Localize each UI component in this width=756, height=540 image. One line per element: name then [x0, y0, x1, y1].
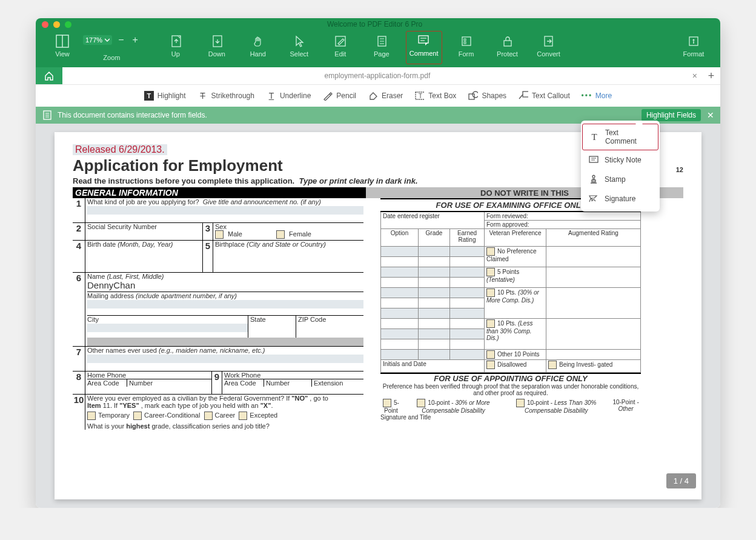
- stamp-icon: [588, 174, 599, 185]
- field-number: 5: [203, 241, 213, 272]
- textbox-icon: T: [415, 91, 425, 101]
- document-tab[interactable]: employment-application-form.pdf ×: [62, 67, 702, 84]
- underline-tool[interactable]: T Underline: [267, 91, 311, 101]
- field-number: 6: [73, 273, 85, 346]
- home-icon: [44, 70, 55, 81]
- shapes-tool[interactable]: Shapes: [468, 91, 506, 101]
- hand-tool-button[interactable]: Hand: [241, 31, 275, 65]
- svg-rect-24: [523, 92, 528, 97]
- career-conditional-checkbox[interactable]: [133, 412, 142, 420]
- svg-rect-29: [589, 156, 598, 162]
- strikethrough-icon: T: [198, 91, 208, 101]
- pt10a-checkbox[interactable]: [417, 399, 425, 407]
- app-window: Welcome to PDF Editor 6 Pro View 177% − …: [36, 18, 720, 508]
- male-checkbox[interactable]: [215, 230, 224, 239]
- highlight-tool[interactable]: T Highlight: [144, 91, 186, 101]
- name-field-value[interactable]: DennyChan: [87, 280, 135, 290]
- tab-bar: employment-application-form.pdf × +: [36, 67, 720, 85]
- office-checkbox[interactable]: [486, 319, 495, 328]
- more-tools-button[interactable]: ••• More: [582, 91, 612, 101]
- office-checkbox[interactable]: [486, 247, 495, 256]
- sticky-note-menu-item[interactable]: Sticky Note: [582, 150, 658, 170]
- edit-button[interactable]: Edit: [323, 31, 357, 65]
- traffic-lights: [42, 21, 71, 28]
- cursor-icon: [293, 32, 306, 50]
- text-comment-menu-item[interactable]: T Text Comment: [582, 124, 658, 150]
- highlight-icon: T: [144, 91, 154, 101]
- form-field-input[interactable]: [87, 300, 363, 308]
- zoom-value-dropdown[interactable]: 177%: [83, 35, 112, 45]
- zoom-control: 177% − + Zoom: [83, 31, 141, 63]
- investigated-checkbox[interactable]: [548, 361, 557, 369]
- view-icon: [56, 32, 69, 50]
- form-field-input[interactable]: [87, 355, 363, 363]
- format-button[interactable]: Format: [677, 31, 711, 65]
- add-tab-button[interactable]: +: [702, 67, 720, 84]
- stamp-menu-item[interactable]: Stamp: [582, 170, 658, 189]
- edit-icon: [334, 32, 347, 50]
- pencil-tool[interactable]: Pencil: [323, 91, 356, 101]
- title-bar: Welcome to PDF Editor 6 Pro: [36, 18, 720, 30]
- up-button[interactable]: Up: [159, 31, 193, 65]
- shapes-icon: [468, 91, 478, 101]
- eraser-tool[interactable]: Eraser: [368, 91, 403, 101]
- page-button[interactable]: Page: [365, 31, 399, 65]
- select-tool-button[interactable]: Select: [282, 31, 316, 65]
- form-field-input[interactable]: [87, 324, 248, 332]
- excepted-checkbox[interactable]: [239, 412, 247, 420]
- window-close-button[interactable]: [42, 21, 48, 28]
- office-checkbox[interactable]: [486, 288, 495, 297]
- textbox-tool[interactable]: T Text Box: [415, 91, 456, 101]
- signature-menu-item[interactable]: Signature: [582, 189, 658, 208]
- callout-tool[interactable]: Text Callout: [519, 91, 570, 101]
- window-minimize-button[interactable]: [53, 21, 60, 28]
- zoom-out-button[interactable]: −: [116, 35, 126, 45]
- field-number: 2: [73, 223, 85, 240]
- view-button[interactable]: View: [45, 31, 79, 65]
- temporary-checkbox[interactable]: [87, 412, 96, 420]
- text-comment-icon: T: [589, 132, 600, 142]
- zoom-in-button[interactable]: +: [130, 35, 140, 45]
- field-number: 3: [203, 223, 213, 240]
- svg-rect-15: [504, 41, 511, 46]
- down-button[interactable]: Down: [200, 31, 234, 65]
- comment-icon: [417, 32, 431, 50]
- released-text: Released 6/29/2013.: [73, 144, 167, 155]
- disallowed-checkbox[interactable]: [486, 361, 495, 369]
- tab-close-button[interactable]: ×: [692, 71, 702, 81]
- protect-button[interactable]: Protect: [491, 31, 525, 65]
- svg-text:T: T: [419, 93, 422, 99]
- page-indicator: 1 / 4: [666, 473, 696, 488]
- document-icon: [42, 110, 53, 121]
- comment-toolbar: T Highlight T Strikethrough T Underline …: [36, 85, 720, 107]
- field-number: 8: [73, 372, 85, 394]
- highlight-fields-button[interactable]: Highlight Fields: [642, 109, 701, 121]
- strikethrough-tool[interactable]: T Strikethrough: [198, 91, 254, 101]
- home-button[interactable]: [36, 67, 62, 84]
- form-button[interactable]: Form: [449, 31, 483, 65]
- svg-rect-13: [464, 39, 466, 41]
- office-checkbox[interactable]: [486, 268, 495, 276]
- office-table: Date entered register Form reviewed: For…: [380, 211, 641, 373]
- page-icon: [375, 32, 388, 50]
- female-checkbox[interactable]: [276, 230, 285, 239]
- window-maximize-button[interactable]: [65, 21, 71, 28]
- notice-message: This document contains interactive form …: [58, 111, 207, 119]
- tab-title: employment-application-form.pdf: [62, 72, 692, 80]
- notice-close-button[interactable]: ✕: [707, 110, 714, 120]
- convert-button[interactable]: Convert: [532, 31, 566, 65]
- underline-icon: T: [267, 91, 276, 101]
- comment-button[interactable]: Comment: [406, 31, 442, 64]
- convert-icon: [542, 32, 555, 50]
- career-checkbox[interactable]: [204, 412, 213, 420]
- callout-icon: [519, 91, 528, 101]
- field-number: 1: [73, 198, 85, 222]
- pt5-checkbox[interactable]: [383, 399, 391, 407]
- field-number: 10: [73, 395, 85, 430]
- svg-point-18: [693, 39, 695, 41]
- office-checkbox[interactable]: [486, 350, 495, 359]
- field-number: 7: [73, 347, 85, 371]
- pt10b-checkbox[interactable]: [516, 399, 525, 407]
- svg-rect-12: [462, 37, 471, 45]
- form-field-input[interactable]: [87, 206, 363, 215]
